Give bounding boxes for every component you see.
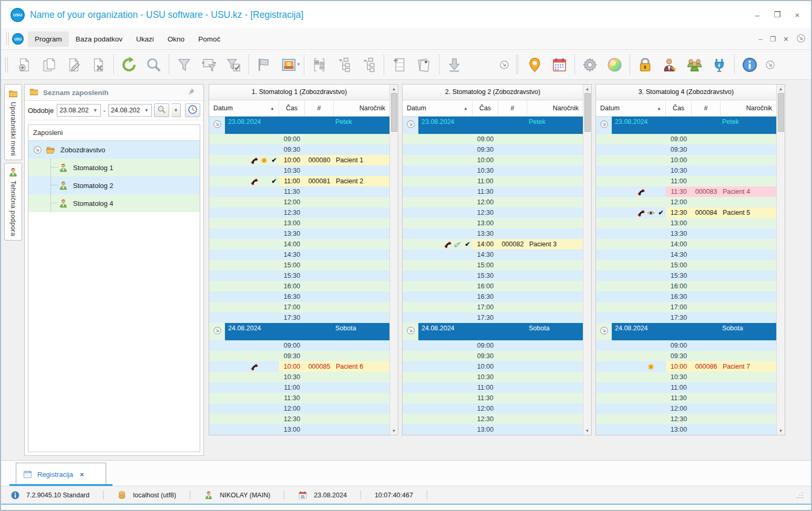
- column-header-cas[interactable]: Čas: [279, 100, 305, 116]
- time-slot-row[interactable]: 09:30: [596, 144, 776, 155]
- filter-button[interactable]: [172, 53, 197, 77]
- appointment-row[interactable]: ✔14:00000082Pacient 3: [403, 239, 583, 249]
- time-slot-row[interactable]: 11:30: [403, 186, 583, 197]
- time-slot-row[interactable]: 15:30: [596, 270, 776, 281]
- vertical-scrollbar[interactable]: ▲▼: [776, 85, 785, 435]
- time-slot-row[interactable]: 09:30: [403, 144, 583, 155]
- time-slot-row[interactable]: 12:30: [209, 414, 389, 424]
- mdi-restore-button[interactable]: ❐: [769, 35, 776, 43]
- info-button[interactable]: [737, 53, 762, 77]
- time-slot-row[interactable]: 13:30: [403, 228, 583, 239]
- scroll-down-icon[interactable]: ▼: [583, 426, 591, 435]
- date-row[interactable]: 24.08.2024Sobota: [403, 323, 583, 340]
- mdi-close-button[interactable]: ✕: [783, 35, 789, 43]
- resize-grip[interactable]: [796, 492, 804, 499]
- date-row[interactable]: 23.08.2024Petek: [403, 117, 583, 134]
- time-slot-row[interactable]: 09:00: [209, 340, 389, 351]
- search-button[interactable]: [154, 103, 169, 117]
- employees-list-header[interactable]: Zaposleni: [28, 125, 200, 141]
- date-from-field[interactable]: 23.08.2024 ▼: [57, 104, 100, 117]
- tree-row-stomatolog-2[interactable]: Stomatolog 2: [28, 176, 200, 194]
- scrollbar-thumb[interactable]: [584, 93, 591, 132]
- time-slot-row[interactable]: 16:00: [403, 281, 583, 291]
- time-slot-row[interactable]: 12:00: [209, 197, 389, 207]
- scroll-up-icon[interactable]: ▲: [390, 85, 398, 93]
- time-slot-row[interactable]: 11:00: [596, 176, 776, 186]
- time-slot-row[interactable]: 09:00: [596, 340, 776, 351]
- time-slot-row[interactable]: 16:00: [209, 281, 389, 291]
- time-slot-row[interactable]: 09:30: [403, 351, 583, 361]
- time-slot-row[interactable]: 11:30: [209, 393, 389, 403]
- column-header-datum[interactable]: Datum▲: [209, 100, 279, 116]
- menu-item-program[interactable]: Program: [28, 32, 69, 47]
- side-tab-uporabniški-meni[interactable]: Uporabniški meni: [4, 84, 22, 160]
- time-slot-row[interactable]: 13:00: [209, 218, 389, 228]
- tree-row-stomatolog-1[interactable]: Stomatolog 1: [28, 159, 200, 176]
- time-slot-row[interactable]: 13:00: [596, 424, 776, 435]
- color-wheel-button[interactable]: [602, 53, 627, 77]
- search-button[interactable]: [141, 53, 166, 77]
- expand-day-icon[interactable]: [406, 120, 415, 131]
- time-slot-row[interactable]: 15:00: [403, 260, 583, 270]
- time-slot-row[interactable]: 10:30: [209, 165, 389, 176]
- users-group-button[interactable]: [682, 53, 707, 77]
- time-slot-row[interactable]: 10:00: [596, 155, 776, 165]
- time-slot-row[interactable]: 12:00: [403, 403, 583, 414]
- chevron-down-icon[interactable]: ▼: [141, 108, 151, 113]
- time-slot-row[interactable]: 11:30: [403, 393, 583, 403]
- time-slot-row[interactable]: 10:30: [403, 372, 583, 382]
- maximize-button[interactable]: ❐: [769, 8, 786, 21]
- plug-button[interactable]: [707, 53, 732, 77]
- time-slot-row[interactable]: 13:00: [209, 424, 389, 435]
- time-slot-row[interactable]: 14:00: [209, 239, 389, 249]
- menu-item-okno[interactable]: Okno: [161, 32, 191, 47]
- report-pages-button[interactable]: [412, 53, 436, 77]
- time-slot-row[interactable]: 12:30: [209, 207, 389, 218]
- time-slot-row[interactable]: 16:30: [209, 291, 389, 302]
- location-pin-button[interactable]: [522, 53, 547, 77]
- time-slot-row[interactable]: 09:00: [209, 134, 389, 144]
- date-row[interactable]: 24.08.2024Sobota: [596, 323, 776, 340]
- date-row[interactable]: 23.08.2024Petek: [596, 117, 776, 134]
- scroll-up-icon[interactable]: ▲: [583, 85, 591, 93]
- appointment-row[interactable]: ✔12:30000084Pacient 5: [596, 207, 776, 218]
- toolbar-grip[interactable]: [5, 57, 8, 72]
- time-slot-row[interactable]: 17:00: [403, 302, 583, 312]
- column-header-narocnik[interactable]: Naročnik: [721, 100, 776, 116]
- column-header-datum[interactable]: Datum▲: [403, 100, 472, 116]
- time-slot-row[interactable]: 09:30: [209, 144, 389, 155]
- side-tab-tehnična-podpora[interactable]: Tehnična podpora: [4, 163, 22, 241]
- expand-day-icon[interactable]: [406, 326, 415, 337]
- time-slot-row[interactable]: 17:00: [596, 302, 776, 312]
- time-slot-row[interactable]: 12:00: [596, 403, 776, 414]
- new-document-button[interactable]: [12, 53, 37, 77]
- time-slot-row[interactable]: 10:30: [596, 372, 776, 382]
- filter-panel-button[interactable]: [197, 53, 221, 77]
- time-slot-row[interactable]: 14:30: [403, 249, 583, 260]
- column-header-datum[interactable]: Datum▲: [596, 100, 666, 116]
- clock-button[interactable]: [185, 103, 200, 117]
- time-slot-row[interactable]: 17:30: [596, 312, 776, 323]
- time-slot-row[interactable]: 17:30: [209, 312, 389, 323]
- time-slot-row[interactable]: 11:00: [403, 382, 583, 393]
- column-header-cas[interactable]: Čas: [472, 100, 498, 116]
- time-slot-row[interactable]: 09:30: [596, 351, 776, 361]
- user-key-button[interactable]: [657, 53, 682, 77]
- scroll-up-icon[interactable]: ▲: [777, 85, 785, 93]
- time-slot-row[interactable]: 16:30: [403, 291, 583, 302]
- time-slot-row[interactable]: 12:00: [209, 403, 389, 414]
- time-slot-row[interactable]: 12:00: [403, 197, 583, 207]
- menu-item-pomoč[interactable]: Pomoč: [191, 32, 227, 47]
- edit-document-button[interactable]: [61, 53, 86, 77]
- expand-day-icon[interactable]: [213, 120, 222, 131]
- expand-day-icon[interactable]: [600, 120, 609, 131]
- time-slot-row[interactable]: 13:30: [596, 228, 776, 239]
- add-table-row-button[interactable]: [387, 53, 412, 77]
- column-header-number[interactable]: #: [498, 100, 527, 116]
- time-slot-row[interactable]: 13:00: [403, 218, 583, 228]
- time-slot-row[interactable]: 10:30: [403, 165, 583, 176]
- time-slot-row[interactable]: 13:00: [403, 424, 583, 435]
- calendar-button[interactable]: [547, 53, 572, 77]
- time-slot-row[interactable]: 12:00: [596, 197, 776, 207]
- expand-node-icon[interactable]: [33, 145, 42, 154]
